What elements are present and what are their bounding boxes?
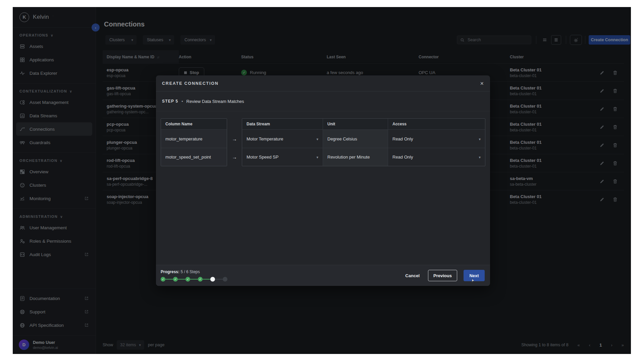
step-done-icon [173, 277, 178, 282]
step-done-icon [185, 277, 190, 282]
chevron-down-icon [479, 136, 481, 141]
chevron-down-icon [316, 136, 318, 141]
data-stream-match-table: Column Name motor_temperature motor_spee… [161, 118, 485, 166]
step-done-icon [161, 277, 165, 282]
access-select[interactable]: Read Only [388, 148, 485, 166]
create-connection-modal: CREATE CONNECTION STEP 5 Review Data Str… [156, 75, 490, 286]
match-column-name: motor_temperature [161, 130, 227, 148]
arrow-right-icon [232, 154, 237, 160]
next-button[interactable]: Next [464, 270, 485, 281]
data-stream-select[interactable]: Motor Temperature [242, 130, 323, 148]
step-current-icon [210, 277, 215, 282]
modal-title: CREATE CONNECTION [162, 81, 219, 86]
unit-value: Revolution per Minute [323, 148, 388, 166]
progress-label: Progress: [161, 269, 179, 274]
arrow-right-icon [232, 136, 237, 142]
step-done-icon [198, 277, 203, 282]
match-column-name: motor_speed_set_point [161, 148, 227, 166]
access-select[interactable]: Read Only [388, 130, 485, 148]
cancel-button[interactable]: Cancel [403, 273, 422, 279]
close-icon[interactable] [480, 80, 484, 86]
bullet-icon [181, 98, 183, 104]
match-header-unit: Unit [323, 119, 388, 130]
app-window: K Kelvin ˙ OPERATIONS Assets Application… [13, 7, 631, 354]
chevron-down-icon [316, 155, 318, 160]
chevron-down-icon [479, 155, 481, 160]
match-header-column-name: Column Name [161, 119, 227, 130]
step-todo-icon [223, 277, 227, 282]
match-header-data-stream: Data Stream [242, 119, 323, 130]
progress-value: 5 / 6 Steps [180, 269, 200, 274]
match-header-access: Access [388, 119, 485, 130]
data-stream-select[interactable]: Motor Speed SP [242, 148, 323, 166]
previous-button[interactable]: Previous [428, 270, 457, 281]
unit-value: Degree Celsius [323, 130, 388, 148]
progress-indicator: Progress: 5 / 6 Steps [161, 269, 227, 282]
step-title: Review Data Stream Matches [186, 99, 244, 104]
step-dots [161, 277, 227, 282]
step-label: STEP 5 [162, 99, 178, 104]
